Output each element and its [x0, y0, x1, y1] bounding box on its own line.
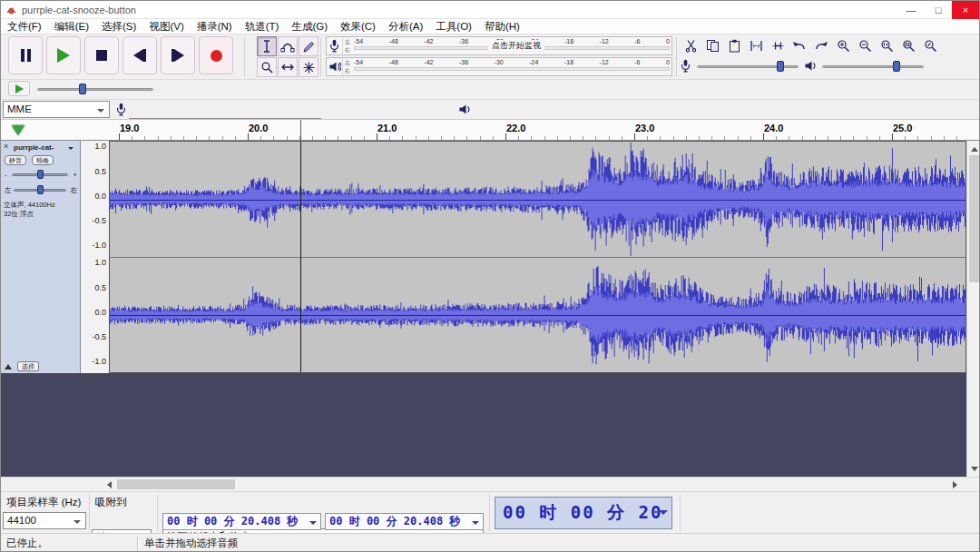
copy-button[interactable]	[701, 36, 723, 55]
track-name-menu[interactable]: purrple-cat-	[14, 143, 54, 152]
ruler-cursor-mark	[300, 120, 301, 140]
playback-volume-slider[interactable]	[822, 60, 924, 73]
maximize-button[interactable]: □	[925, 1, 952, 19]
play-button[interactable]	[46, 36, 81, 74]
track-area-background[interactable]	[1, 373, 966, 477]
status-hint: 单击并拖动选择音频	[144, 537, 239, 550]
menu-analyze[interactable]: 分析(A)	[382, 19, 429, 34]
scroll-down-button[interactable]	[967, 464, 980, 477]
play-at-speed-button[interactable]	[8, 81, 30, 96]
track-control-panel[interactable]: × purrple-cat- 静音 独奏 - + 左 右 立体声, 44100H…	[1, 141, 81, 373]
waveform-area[interactable]	[110, 141, 966, 373]
pause-button[interactable]	[8, 36, 43, 74]
play-at-speed-toolbar	[8, 81, 153, 96]
waveform-channel-left[interactable]	[110, 142, 965, 257]
scroll-up-button[interactable]	[967, 141, 980, 153]
menu-transport[interactable]: 播录(N)	[191, 19, 239, 34]
recording-volume-thumb[interactable]	[777, 61, 784, 72]
playback-speed-thumb[interactable]	[79, 84, 86, 94]
track-collapse-button[interactable]	[3, 361, 14, 371]
menu-tools[interactable]: 工具(O)	[429, 19, 478, 34]
zoom-tool-button[interactable]	[257, 57, 277, 77]
menu-edit[interactable]: 编辑(E)	[48, 19, 95, 34]
silence-audio-icon	[771, 39, 785, 53]
mute-button[interactable]: 静音	[5, 155, 26, 165]
menu-effect[interactable]: 效果(C)	[334, 19, 382, 34]
close-button[interactable]: ×	[952, 1, 979, 19]
scroll-left-button[interactable]	[101, 478, 113, 491]
record-button[interactable]	[199, 36, 233, 74]
zoom-in-button[interactable]	[832, 36, 854, 55]
track-menu-arrow-icon	[68, 147, 74, 153]
app-logo-icon	[5, 4, 17, 15]
titlebar[interactable]: purrple-cat-snooze-button — □ ×	[1, 1, 979, 19]
playback-speed-slider[interactable]	[37, 83, 153, 95]
draw-tool-button[interactable]	[299, 36, 318, 56]
multi-tool-button[interactable]	[299, 57, 318, 77]
playback-meter[interactable]: 左右 -54-48-42-36-30-24-18-12-60	[326, 57, 672, 76]
skip-to-start-button[interactable]	[122, 36, 157, 74]
selection-start-field[interactable]: 00 时 00 分 20.408 秒	[162, 513, 321, 530]
playback-volume-thumb[interactable]	[893, 61, 900, 72]
zoom-project-button[interactable]	[897, 36, 919, 55]
time-shift-tool-button[interactable]	[278, 57, 298, 77]
pan-right-label: 右	[71, 186, 78, 194]
pan-slider[interactable]: 左 右	[5, 184, 77, 196]
cut-button[interactable]	[680, 36, 701, 55]
scale-label: 0.0	[94, 309, 106, 317]
silence-audio-button[interactable]	[767, 36, 789, 55]
meter-tick: 0	[666, 59, 670, 66]
snap-to-label: 吸附到	[95, 496, 127, 509]
envelope-tool-button[interactable]	[278, 36, 298, 56]
menu-help[interactable]: 帮助(H)	[478, 19, 526, 34]
horizontal-scrollbar[interactable]	[1, 477, 980, 491]
pan-thumb[interactable]	[37, 185, 44, 194]
selection-tool-button[interactable]	[257, 36, 277, 56]
menu-select[interactable]: 选择(S)	[95, 19, 142, 34]
recording-volume-slider[interactable]	[697, 60, 799, 73]
solo-button[interactable]: 独奏	[32, 155, 54, 165]
menu-file[interactable]: 文件(F)	[1, 19, 48, 34]
scroll-right-button[interactable]	[950, 478, 963, 491]
meter-tick: -42	[424, 59, 433, 66]
audio-position-field[interactable]: 00 时 00 分 20 秒	[495, 497, 672, 529]
waveform-canvas-right[interactable]	[110, 258, 965, 372]
menu-tracks[interactable]: 轨道(T)	[239, 19, 286, 34]
menu-generate[interactable]: 生成(G)	[285, 19, 334, 34]
track-close-button[interactable]: ×	[4, 142, 8, 151]
minimize-button[interactable]: —	[897, 1, 925, 19]
gain-thumb[interactable]	[37, 170, 44, 179]
undo-button[interactable]	[789, 36, 810, 55]
menu-view[interactable]: 视图(V)	[142, 19, 190, 34]
trim-audio-button[interactable]	[745, 36, 767, 55]
vertical-scroll-thumb[interactable]	[969, 155, 980, 282]
track-select-button[interactable]: 选择	[17, 361, 39, 371]
monitor-hint[interactable]: 点击开始监视	[488, 40, 544, 52]
waveform-canvas-left[interactable]	[110, 142, 965, 257]
paste-button[interactable]	[723, 36, 745, 55]
redo-button[interactable]	[810, 36, 832, 55]
zoom-selection-button[interactable]	[876, 36, 897, 55]
horizontal-scroll-thumb[interactable]	[117, 479, 235, 489]
collapse-triangle-icon	[5, 360, 12, 370]
scale-label: -1.0	[92, 358, 106, 366]
selection-tool-icon	[260, 39, 273, 54]
vertical-scrollbar[interactable]	[966, 141, 980, 477]
selection-end-field[interactable]: 00 时 00 分 20.408 秒	[325, 513, 484, 530]
timeline-ruler[interactable]: 19.0 20.0 21.0 22.0 23.0 24.0 25.0	[1, 119, 980, 141]
zoom-out-button[interactable]	[854, 36, 876, 55]
stop-button[interactable]	[84, 36, 119, 74]
timeline-scale[interactable]: 19.0 20.0 21.0 22.0 23.0 24.0 25.0	[110, 120, 966, 140]
zoom-toggle-button[interactable]	[919, 36, 941, 55]
meter-tick: -24	[529, 59, 538, 66]
timeline-label: 20.0	[249, 123, 268, 133]
project-rate-combo[interactable]: 44100	[3, 512, 86, 529]
pinned-play-head-icon[interactable]	[12, 125, 24, 135]
waveform-channel-right[interactable]	[110, 257, 965, 372]
zoom-project-icon	[902, 39, 916, 53]
skip-to-end-button[interactable]	[161, 36, 195, 74]
gain-slider[interactable]: - +	[5, 169, 77, 181]
audio-host-combo[interactable]: MME	[3, 101, 110, 118]
recording-meter[interactable]: 左右 -54-48-42-36-30-24-18-12-60 点击开始监视	[326, 36, 672, 55]
vertical-scale-ruler[interactable]: 1.0 0.5 0.0 -0.5 -1.0 1.0 0.5 0.0 -0.5 -…	[81, 141, 110, 373]
